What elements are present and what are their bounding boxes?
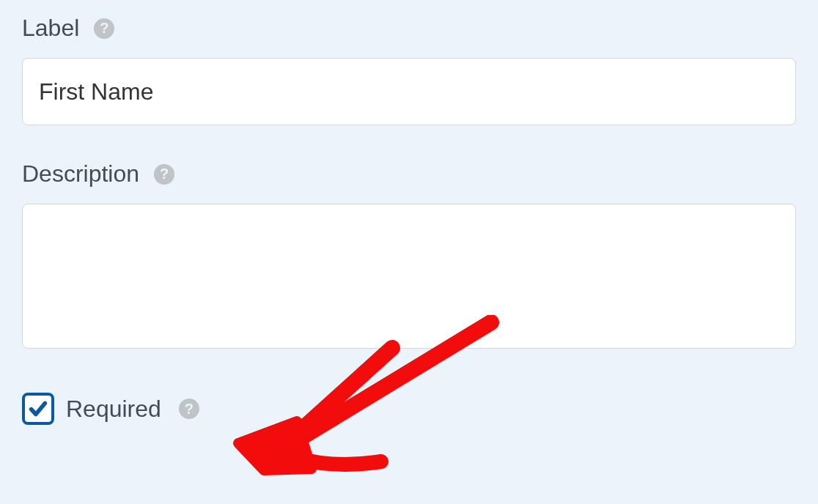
help-icon[interactable]: ? bbox=[179, 399, 199, 419]
description-field-group: Description ? bbox=[22, 160, 796, 352]
description-field-title: Description bbox=[22, 160, 139, 188]
check-icon bbox=[27, 398, 49, 420]
help-icon[interactable]: ? bbox=[154, 164, 174, 185]
required-checkbox[interactable] bbox=[22, 393, 54, 425]
description-row: Description ? bbox=[22, 160, 796, 188]
label-field-group: Label ? bbox=[22, 15, 796, 125]
required-label: Required bbox=[66, 396, 161, 423]
description-textarea[interactable] bbox=[22, 204, 796, 349]
help-icon[interactable]: ? bbox=[94, 18, 114, 39]
label-row: Label ? bbox=[22, 15, 796, 42]
required-row: Required ? bbox=[22, 393, 796, 425]
label-input[interactable] bbox=[22, 58, 796, 125]
label-field-title: Label bbox=[22, 15, 79, 42]
